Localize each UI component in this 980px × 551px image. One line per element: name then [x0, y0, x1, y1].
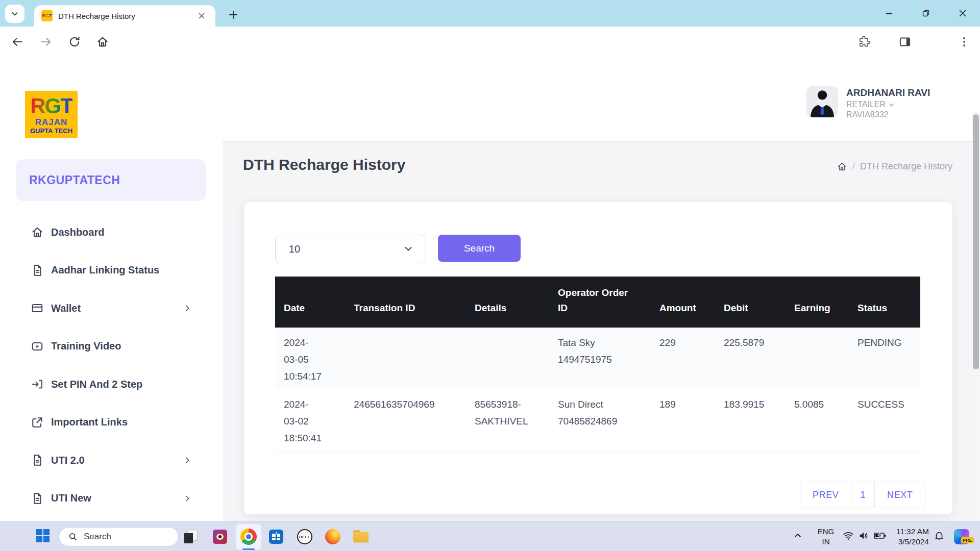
- language-line2: IN: [815, 537, 837, 547]
- language-indicator[interactable]: ENG IN: [815, 527, 837, 547]
- sidebar-item-set-pin[interactable]: Set PIN And 2 Step: [0, 365, 223, 404]
- taskbar-search[interactable]: Search: [59, 527, 179, 546]
- sidebar-item-wallet[interactable]: Wallet: [0, 289, 223, 328]
- taskbar-app-copilot[interactable]: PRE: [954, 529, 969, 544]
- cell-amount: 229: [651, 328, 715, 389]
- page-number-button[interactable]: 1: [851, 482, 874, 508]
- restore-icon: [922, 9, 930, 17]
- column-header-details: Details: [466, 300, 549, 328]
- user-profile[interactable]: ARDHANARI RAVI RETAILER RAVIA8332: [806, 86, 930, 120]
- home-icon[interactable]: [96, 35, 109, 48]
- cell-details: 85653918-SAKTHIVEL: [466, 389, 549, 453]
- wallet-icon: [31, 302, 44, 315]
- cell-date: 2024-03-05 10:54:17: [275, 328, 345, 389]
- column-header-debit: Debit: [715, 300, 786, 328]
- cell-debit: 225.5879: [715, 328, 786, 389]
- tab-search-button[interactable]: [5, 5, 24, 23]
- table-row: 2024-03-05 10:54:17 Tata Sky 1494751975 …: [275, 328, 920, 389]
- active-app-indicator: [242, 548, 255, 550]
- cell-amount: 189: [651, 389, 715, 453]
- video-icon: [31, 340, 44, 353]
- page-size-select[interactable]: 10: [275, 235, 425, 263]
- sidebar-item-training-video[interactable]: Training Video: [0, 328, 223, 366]
- breadcrumb-current: DTH Recharge History: [860, 161, 952, 172]
- sidebar-item-uti-new[interactable]: UTI New: [0, 480, 223, 518]
- page-scrollbar[interactable]: [972, 112, 980, 551]
- tray-notifications[interactable]: [934, 530, 945, 543]
- dell-icon: DELL: [297, 529, 312, 544]
- login-icon: [31, 378, 44, 391]
- taskbar-app-dell[interactable]: DELL: [297, 529, 312, 544]
- sidebar-item-aadhar-linking-status[interactable]: Aadhar Linking Status: [0, 252, 223, 290]
- taskbar-app-firefox[interactable]: [325, 529, 340, 544]
- sidebar-item-dashboard[interactable]: Dashboard: [0, 213, 223, 252]
- copilot-icon: PRE: [954, 529, 969, 544]
- user-id: RAVIA8332: [846, 110, 930, 120]
- sidebar-item-uti-2-0[interactable]: UTI 2.0: [0, 441, 223, 480]
- screen: RGT DTH Recharge History rknsdl.onlineps…: [0, 0, 980, 551]
- scrollbar-thumb[interactable]: [973, 114, 979, 369]
- browser-tab[interactable]: RGT DTH Recharge History: [34, 5, 215, 27]
- reload-icon[interactable]: [68, 35, 81, 48]
- window-close-button[interactable]: [951, 2, 974, 24]
- firefox-icon: [325, 529, 340, 544]
- breadcrumb: / DTH Recharge History: [837, 161, 952, 172]
- minimize-icon: [885, 9, 893, 17]
- taskbar-app-desktop[interactable]: [183, 529, 199, 544]
- speaker-icon: [858, 530, 869, 541]
- document-icon: [31, 492, 44, 505]
- cell-transaction-id: [345, 328, 466, 389]
- folder-icon: [353, 531, 369, 543]
- cell-earning: 5.0085: [786, 389, 849, 453]
- home-icon: [31, 226, 44, 239]
- forward-icon[interactable]: [39, 35, 53, 48]
- brand-name: RKGUPTATECH: [29, 173, 120, 187]
- sidebar-item-label: UTI New: [51, 492, 91, 504]
- extensions-icon[interactable]: [857, 35, 871, 48]
- back-icon[interactable]: [11, 35, 24, 48]
- new-tab-button[interactable]: [225, 6, 242, 23]
- sidebar-item-label: Set PIN And 2 Step: [51, 379, 142, 390]
- taskbar-app-file-explorer[interactable]: [353, 531, 369, 543]
- sidebar-item-important-links[interactable]: Important Links: [0, 404, 223, 442]
- tray-battery[interactable]: [873, 529, 887, 544]
- prev-page-button[interactable]: PREV: [800, 482, 851, 508]
- tray-show-hidden-icons[interactable]: [794, 532, 802, 542]
- tray-network[interactable]: [843, 530, 854, 543]
- bell-icon: [934, 530, 945, 541]
- image-viewer-icon: [213, 530, 227, 544]
- window-minimize-button[interactable]: [877, 2, 901, 24]
- taskbar-app-chrome[interactable]: [240, 529, 257, 545]
- taskbar-app-image-viewer[interactable]: [213, 530, 227, 544]
- site-favicon-icon: RGT: [41, 10, 53, 21]
- tab-close-icon[interactable]: [196, 10, 207, 21]
- cell-operator-order-id: Tata Sky 1494751975: [549, 328, 651, 389]
- browser-toolbar: rknsdl.onlinepsa.com/dashboard/dth-recha…: [0, 27, 980, 57]
- sidebar-item-label: Important Links: [51, 416, 128, 428]
- home-icon[interactable]: [837, 161, 847, 172]
- tray-volume[interactable]: [858, 530, 869, 543]
- document-icon: [31, 454, 44, 467]
- tab-title: DTH Recharge History: [58, 12, 135, 20]
- sidebar-item-label: Dashboard: [51, 227, 104, 238]
- browser-menu-icon[interactable]: [958, 35, 971, 48]
- chevron-down-icon: [11, 10, 19, 18]
- cell-date: 2024-03-02 18:50:41: [275, 389, 345, 453]
- table-header-row: Date Transation ID Details Operator Orde…: [275, 277, 920, 328]
- window-restore-button[interactable]: [914, 2, 938, 24]
- topbar-divider: [223, 141, 980, 142]
- battery-charging-icon: [873, 529, 887, 542]
- next-page-button[interactable]: NEXT: [874, 482, 925, 508]
- search-button[interactable]: Search: [438, 235, 521, 262]
- pagination: PREV 1 NEXT: [800, 482, 925, 508]
- start-button[interactable]: [36, 529, 50, 544]
- chevron-down-icon[interactable]: [888, 102, 895, 108]
- user-role: RETAILER: [846, 99, 886, 110]
- plus-icon: [228, 10, 238, 20]
- taskbar: Search DELL ENG IN: [0, 521, 980, 551]
- side-panel-icon[interactable]: [898, 35, 912, 48]
- chevron-right-icon: [183, 456, 191, 464]
- taskbar-clock[interactable]: 11:32 AM 3/5/2024: [889, 527, 929, 547]
- taskbar-app-store[interactable]: [269, 530, 283, 544]
- logo-line1: RAJAN: [35, 118, 68, 127]
